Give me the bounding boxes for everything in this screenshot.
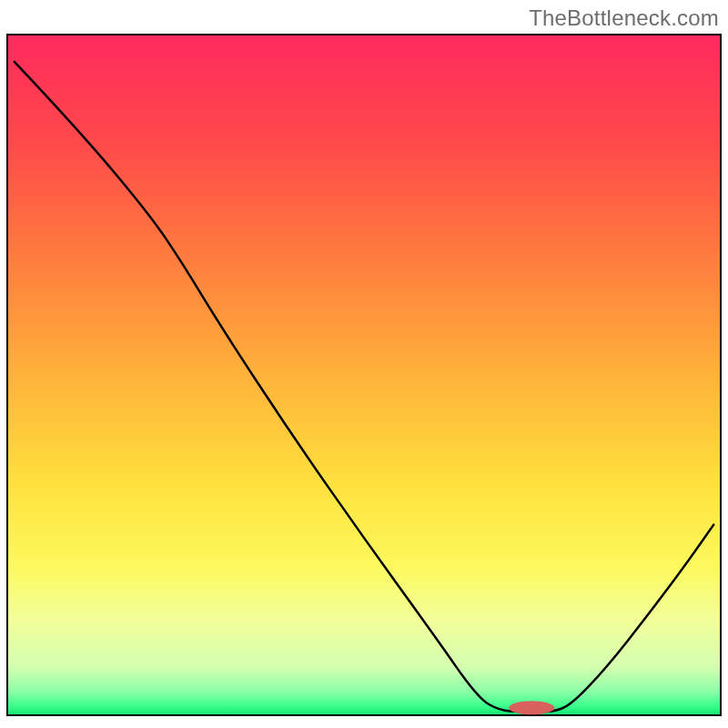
bottleneck-chart [0,0,728,728]
chart-container: TheBottleneck.com [0,0,728,728]
watermark-text: TheBottleneck.com [529,5,719,31]
chart-background [7,35,721,715]
optimal-point-marker [509,701,554,714]
